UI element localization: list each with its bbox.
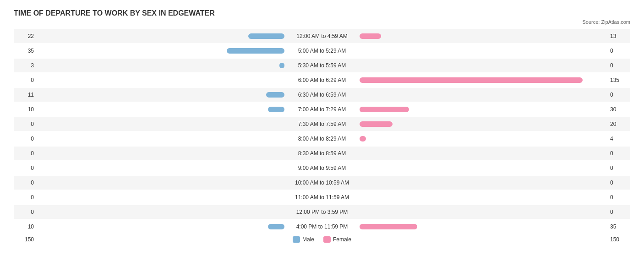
time-label-7: 8:00 AM to 8:29 AM (285, 136, 359, 142)
female-value-9: 0 (607, 165, 630, 171)
male-bar-0 (248, 33, 284, 39)
time-label-10: 10:00 AM to 10:59 AM (285, 180, 359, 186)
axis-row: 150 Male Female 150 (14, 236, 630, 243)
female-value-1: 0 (607, 48, 630, 54)
time-label-11: 11:00 AM to 11:59 AM (285, 194, 359, 201)
female-bar-container-7 (359, 136, 607, 141)
male-value-3: 0 (14, 77, 37, 83)
female-bar-container-1 (359, 48, 607, 54)
female-value-5: 30 (607, 106, 630, 113)
female-value-13: 35 (607, 223, 630, 230)
time-label-3: 6:00 AM to 6:29 AM (285, 77, 359, 83)
male-value-10: 0 (14, 180, 37, 186)
female-bar-container-11 (359, 195, 607, 200)
legend-male-label: Male (302, 236, 314, 243)
time-label-13: 4:00 PM to 11:59 PM (285, 223, 359, 230)
male-bar-container-12 (37, 209, 285, 215)
male-bar-container-8 (37, 151, 285, 156)
female-value-11: 0 (607, 194, 630, 201)
female-bar-container-2 (359, 63, 607, 68)
source-label: Source: ZipAtlas.com (14, 19, 630, 25)
chart-row: 0 7:30 AM to 7:59 AM 20 (14, 117, 630, 131)
time-label-1: 5:00 AM to 5:29 AM (285, 48, 359, 54)
chart-row: 0 8:30 AM to 8:59 AM 0 (14, 147, 630, 160)
female-value-3: 135 (607, 77, 630, 83)
male-value-9: 0 (14, 165, 37, 171)
female-bar-container-9 (359, 165, 607, 171)
female-value-10: 0 (607, 180, 630, 186)
chart-row: 0 9:00 AM to 9:59 AM 0 (14, 161, 630, 175)
chart-row: 0 8:00 AM to 8:29 AM 4 (14, 132, 630, 146)
male-value-12: 0 (14, 209, 37, 215)
male-bar-1 (227, 48, 284, 54)
time-label-0: 12:00 AM to 4:59 AM (285, 33, 359, 39)
male-bar-container-2 (37, 63, 285, 68)
male-bar-container-10 (37, 180, 285, 185)
female-bar-5 (360, 107, 409, 112)
female-value-4: 0 (607, 92, 630, 98)
male-value-13: 10 (14, 223, 37, 230)
male-bar-5 (268, 107, 284, 112)
time-label-2: 5:30 AM to 5:59 AM (285, 62, 359, 69)
male-value-1: 35 (14, 48, 37, 54)
legend-male-box (293, 236, 300, 243)
female-bar-container-6 (359, 121, 607, 127)
male-bar-container-1 (37, 48, 285, 54)
time-label-12: 12:00 PM to 3:59 PM (285, 209, 359, 215)
chart-row: 10 4:00 PM to 11:59 PM 35 (14, 220, 630, 234)
female-bar-0 (360, 33, 381, 39)
female-bar-3 (360, 77, 583, 83)
male-value-2: 3 (14, 62, 37, 69)
female-bar-container-3 (359, 77, 607, 83)
female-bar-container-12 (359, 209, 607, 215)
chart-row: 22 12:00 AM to 4:59 AM 13 (14, 29, 630, 43)
chart-row: 11 6:30 AM to 6:59 AM 0 (14, 88, 630, 102)
male-bar-4 (266, 92, 284, 98)
female-value-2: 0 (607, 62, 630, 69)
legend-female-label: Female (333, 236, 351, 243)
chart-title: TIME OF DEPARTURE TO WORK BY SEX IN EDGE… (14, 9, 630, 17)
male-value-6: 0 (14, 121, 37, 127)
female-bar-6 (360, 121, 393, 127)
chart-row: 0 12:00 PM to 3:59 PM 0 (14, 205, 630, 219)
male-value-8: 0 (14, 150, 37, 157)
male-bar-container-5 (37, 107, 285, 112)
legend-area: Male Female (37, 236, 607, 243)
chart-row: 35 5:00 AM to 5:29 AM 0 (14, 44, 630, 58)
female-value-0: 13 (607, 33, 630, 39)
chart-row: 3 5:30 AM to 5:59 AM 0 (14, 59, 630, 72)
female-bar-container-5 (359, 107, 607, 112)
female-bar-container-8 (359, 151, 607, 156)
time-label-6: 7:30 AM to 7:59 AM (285, 121, 359, 127)
legend-female: Female (323, 236, 351, 243)
male-value-11: 0 (14, 194, 37, 201)
female-bar-container-13 (359, 224, 607, 229)
chart-row: 10 7:00 AM to 7:29 AM 30 (14, 103, 630, 116)
chart-row: 0 6:00 AM to 6:29 AM 135 (14, 73, 630, 87)
female-bar-7 (360, 136, 366, 141)
female-bar-container-0 (359, 33, 607, 39)
male-bar-container-13 (37, 224, 285, 229)
axis-right-label: 150 (607, 236, 630, 243)
legend-male: Male (293, 236, 314, 243)
female-value-8: 0 (607, 150, 630, 157)
female-value-6: 20 (607, 121, 630, 127)
female-bar-container-10 (359, 180, 607, 185)
male-bar-container-7 (37, 136, 285, 141)
male-bar-container-9 (37, 165, 285, 171)
male-bar-container-3 (37, 77, 285, 83)
male-bar-2 (279, 63, 284, 68)
male-value-7: 0 (14, 136, 37, 142)
male-bar-container-11 (37, 195, 285, 200)
male-bar-container-0 (37, 33, 285, 39)
time-label-9: 9:00 AM to 9:59 AM (285, 165, 359, 171)
chart-area: 22 12:00 AM to 4:59 AM 13 35 5:00 AM to … (14, 29, 630, 234)
time-label-8: 8:30 AM to 8:59 AM (285, 150, 359, 157)
axis-left-label: 150 (14, 236, 37, 243)
male-bar-container-6 (37, 121, 285, 127)
chart-row: 0 11:00 AM to 11:59 AM 0 (14, 190, 630, 204)
female-value-12: 0 (607, 209, 630, 215)
female-bar-13 (360, 224, 417, 229)
female-bar-container-4 (359, 92, 607, 98)
male-bar-13 (268, 224, 284, 229)
